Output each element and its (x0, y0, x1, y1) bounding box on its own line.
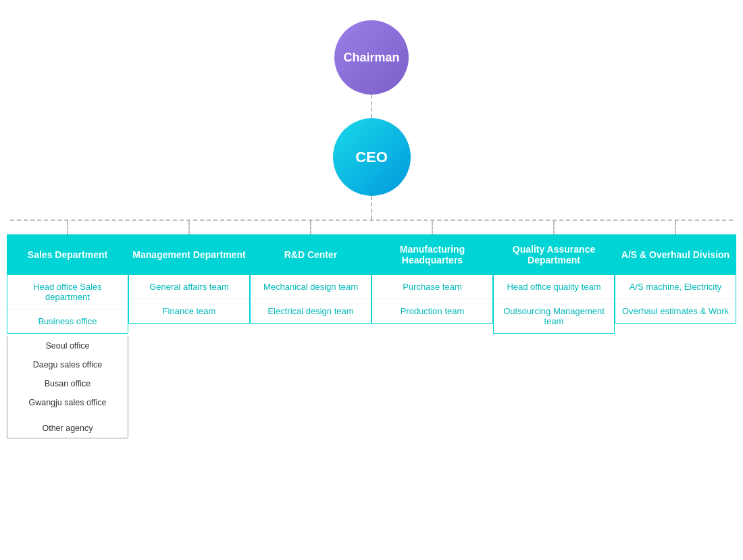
chairman-label: Chairman (343, 51, 399, 65)
chairman-node: Chairman (334, 20, 409, 95)
as-sub-1: A/S machine, Electricity (615, 275, 736, 299)
sales-extra-3: Busan office (7, 374, 128, 393)
mfg-sub-1: Purchase team (372, 275, 492, 299)
dept-rnd-header: R&D Center (250, 234, 372, 275)
sales-extra-1: Seoul office (7, 336, 128, 355)
mgmt-sub-2: Finance team (129, 299, 249, 323)
dept-as-sublist: A/S machine, Electricity Overhaul estima… (615, 275, 736, 324)
departments-row: Sales Department Head office Sales depar… (7, 221, 736, 438)
rnd-sub-1: Mechanical design team (251, 275, 371, 299)
tick-quality (553, 221, 555, 234)
dept-manufacturing-header: Manufacturing Headquarters (372, 234, 493, 275)
top-nodes: Chairman CEO (333, 20, 411, 220)
dept-manufacturing: Manufacturing Headquarters Purchase team… (372, 221, 493, 324)
dept-as-header: A/S & Overhaul Division (615, 234, 736, 275)
dept-manufacturing-sublist: Purchase team Production team (372, 275, 493, 324)
tick-rnd (310, 221, 311, 234)
sales-sub-1: Head office Sales department (7, 275, 128, 309)
dept-quality: Quality Assurance Department Head office… (493, 221, 615, 334)
dept-management-header: Management Department (128, 234, 250, 275)
ceo-node: CEO (333, 118, 411, 196)
tick-manufacturing (432, 221, 433, 234)
dept-quality-header: Quality Assurance Department (493, 234, 615, 275)
dept-sales-header: Sales Department (7, 234, 128, 275)
qa-sub-2: Outsourcing Management team (494, 299, 614, 333)
sales-sub-2: Business office (7, 309, 128, 333)
ceo-label: CEO (355, 149, 388, 166)
sales-extra-5: Other agency (7, 419, 128, 438)
sales-extra-box: Seoul office Daegu sales office Busan of… (7, 336, 128, 438)
dept-management: Management Department General affairs te… (128, 221, 250, 324)
mgmt-sub-1: General affairs team (129, 275, 249, 299)
mfg-sub-2: Production team (372, 299, 492, 323)
rnd-sub-2: Electrical design team (251, 299, 371, 323)
dept-management-sublist: General affairs team Finance team (128, 275, 250, 324)
dept-rnd: R&D Center Mechanical design team Electr… (250, 221, 372, 324)
dept-sales-sublist: Head office Sales department Business of… (7, 275, 128, 334)
dept-rnd-sublist: Mechanical design team Electrical design… (250, 275, 372, 324)
dept-quality-sublist: Head office quality team Outsourcing Man… (493, 275, 615, 334)
connector-chairman-to-ceo (371, 95, 372, 118)
connector-ceo-to-bar (371, 196, 372, 220)
tick-management (188, 221, 190, 234)
tick-sales (67, 221, 68, 234)
dept-sales: Sales Department Head office Sales depar… (7, 221, 128, 438)
dept-as: A/S & Overhaul Division A/S machine, Ele… (615, 221, 736, 324)
as-sub-2: Overhaul estimates & Work (615, 299, 736, 323)
sales-extra-4: Gwangju sales office (7, 393, 128, 412)
sales-extra-2: Daegu sales office (7, 355, 128, 374)
org-chart: Chairman CEO Sales Department Head offic… (0, 0, 743, 465)
tick-as (675, 221, 676, 234)
qa-sub-1: Head office quality team (494, 275, 614, 299)
